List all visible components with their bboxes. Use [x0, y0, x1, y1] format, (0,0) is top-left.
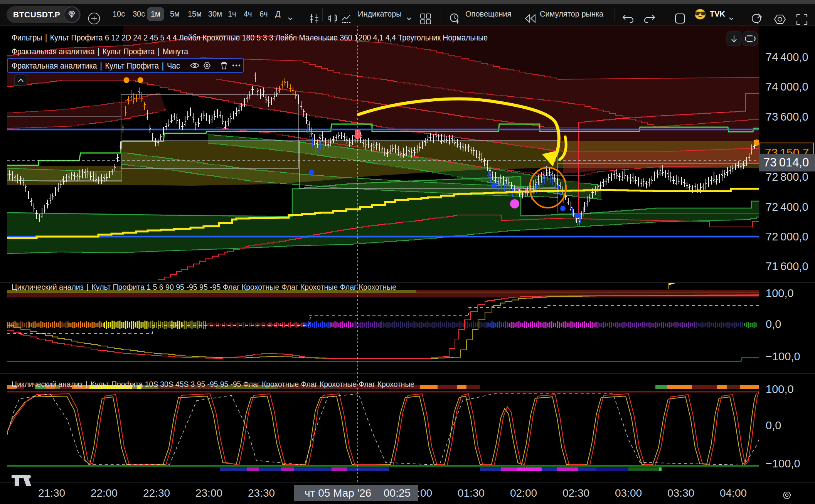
svg-text:72 800,0: 72 800,0	[766, 171, 808, 183]
svg-text:02:00: 02:00	[510, 487, 537, 499]
svg-text:0,0: 0,0	[766, 318, 781, 330]
svg-text:−100,0: −100,0	[766, 457, 800, 470]
svg-text:22:30: 22:30	[143, 487, 170, 499]
svg-text:74 400,0: 74 400,0	[766, 51, 808, 63]
svg-text:23:00: 23:00	[195, 487, 222, 499]
svg-text:Фрактальная аналитика | Куль: Фрактальная аналитика | Культ Профита | …	[12, 61, 180, 71]
svg-text:73 014,0: 73 014,0	[763, 156, 809, 169]
svg-text:03:00: 03:00	[615, 487, 642, 499]
svg-text:72 400,0: 72 400,0	[766, 201, 808, 213]
svg-text:03:30: 03:30	[667, 487, 694, 499]
svg-text:−100,0: −100,0	[766, 350, 800, 363]
svg-text:72 000,0: 72 000,0	[766, 230, 808, 243]
svg-text:73 600,0: 73 600,0	[766, 111, 808, 123]
svg-text:74 000,0: 74 000,0	[766, 81, 808, 93]
svg-text:00:25: 00:25	[384, 487, 411, 499]
svg-text:Фрактальная аналитика | Куль: Фрактальная аналитика | Культ Профита | …	[12, 47, 189, 56]
svg-text:22:00: 22:00	[91, 487, 118, 499]
svg-text:Фильтры | Культ Профита 6 12: Фильтры | Культ Профита 6 12 2D 24 2 45 …	[12, 33, 488, 42]
svg-text:23:30: 23:30	[248, 487, 275, 499]
svg-text:02:30: 02:30	[562, 487, 589, 499]
svg-text:04:00: 04:00	[720, 487, 747, 499]
svg-text:21:30: 21:30	[38, 487, 65, 499]
svg-text:Циклический анализ | Культ П: Циклический анализ | Культ Профита 1 5 6…	[12, 282, 396, 291]
svg-text:100,0: 100,0	[766, 287, 794, 299]
svg-text:0,0: 0,0	[766, 419, 781, 432]
svg-text:чт 05 Мар '26: чт 05 Мар '26	[305, 487, 371, 499]
svg-text:71 600,0: 71 600,0	[766, 260, 808, 272]
svg-text:100,0: 100,0	[766, 383, 794, 395]
svg-text:01:30: 01:30	[458, 487, 485, 499]
svg-text:Циклический анализ | Культ П: Циклический анализ | Культ Профита 10S 3…	[12, 380, 414, 388]
